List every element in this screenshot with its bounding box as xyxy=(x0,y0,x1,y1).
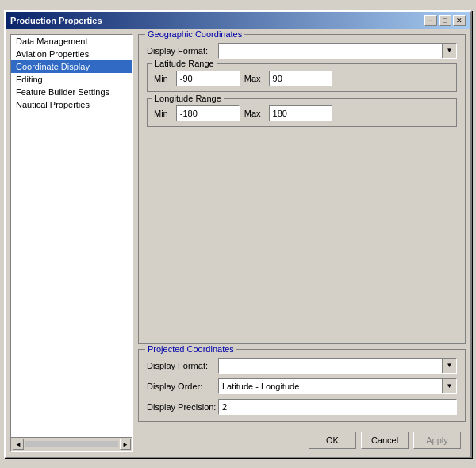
lon-max-input[interactable] xyxy=(269,105,332,121)
window-body: Data Management Aviation Properties Coor… xyxy=(6,29,470,457)
proj-display-order-row: Display Order: Latitude - Longitude ▼ xyxy=(147,378,457,394)
sidebar-item-data-management[interactable]: Data Management xyxy=(11,35,132,48)
sidebar-list: Data Management Aviation Properties Coor… xyxy=(11,35,132,437)
latitude-group-label: Latitude Range xyxy=(152,59,217,68)
cancel-button[interactable]: Cancel xyxy=(361,432,409,449)
title-bar: Production Properties − □ ✕ xyxy=(6,12,470,29)
proj-display-order-dropdown[interactable]: Latitude - Longitude ▼ xyxy=(218,378,457,394)
close-button[interactable]: ✕ xyxy=(453,15,466,26)
proj-display-format-arrow[interactable]: ▼ xyxy=(442,359,456,373)
lon-min-label: Min xyxy=(154,109,168,118)
proj-display-order-value: Latitude - Longitude xyxy=(222,382,299,391)
geographic-group-label: Geographic Coordinates xyxy=(145,29,244,39)
proj-display-order-arrow[interactable]: ▼ xyxy=(442,379,456,393)
title-bar-buttons: − □ ✕ xyxy=(424,15,466,26)
maximize-button[interactable]: □ xyxy=(439,15,451,26)
latitude-range-group: Latitude Range Min Max xyxy=(147,63,457,92)
sidebar-item-aviation-properties[interactable]: Aviation Properties xyxy=(11,48,132,60)
main-window: Production Properties − □ ✕ Data Managem… xyxy=(4,10,472,458)
proj-order-arrow-icon: ▼ xyxy=(447,382,453,389)
sidebar: Data Management Aviation Properties Coor… xyxy=(10,34,133,452)
dropdown-arrow-icon: ▼ xyxy=(447,47,453,54)
projected-group-label: Projected Coordinates xyxy=(145,344,236,354)
longitude-range-row: Min Max xyxy=(154,105,450,121)
geo-display-format-arrow[interactable]: ▼ xyxy=(442,44,456,58)
geo-display-format-label: Display Format: xyxy=(147,46,218,56)
sidebar-item-coordinate-display[interactable]: Coordinate Display xyxy=(11,60,132,73)
proj-display-order-label: Display Order: xyxy=(147,382,218,391)
projected-group: Projected Coordinates Display Format: ▼ … xyxy=(138,349,466,422)
button-row: OK Cancel Apply xyxy=(138,427,466,452)
proj-display-precision-row: Display Precision: xyxy=(147,399,457,415)
scroll-track[interactable] xyxy=(25,441,118,447)
proj-display-format-dropdown[interactable]: ▼ xyxy=(218,358,457,374)
minimize-button[interactable]: − xyxy=(424,15,437,26)
geographic-group: Geographic Coordinates Display Format: ▼… xyxy=(138,34,466,344)
main-content: Geographic Coordinates Display Format: ▼… xyxy=(138,34,466,452)
window-title: Production Properties xyxy=(10,16,102,25)
proj-display-precision-label: Display Precision: xyxy=(147,402,218,412)
lat-max-input[interactable] xyxy=(269,71,332,86)
proj-display-precision-input[interactable] xyxy=(218,399,457,415)
sidebar-item-feature-builder-settings[interactable]: Feature Builder Settings xyxy=(11,86,132,98)
lat-min-label: Min xyxy=(154,74,168,83)
apply-button[interactable]: Apply xyxy=(413,432,461,449)
latitude-range-row: Min Max xyxy=(154,71,450,86)
scroll-right-button[interactable]: ► xyxy=(120,439,131,450)
sidebar-scrollbar: ◄ ► xyxy=(11,437,132,451)
longitude-range-group: Longitude Range Min Max xyxy=(147,98,457,127)
lon-max-label: Max xyxy=(244,109,261,118)
proj-display-format-row: Display Format: ▼ xyxy=(147,358,457,374)
ok-button[interactable]: OK xyxy=(309,432,356,449)
geo-display-format-dropdown[interactable]: ▼ xyxy=(218,43,457,59)
sidebar-item-editing[interactable]: Editing xyxy=(11,73,132,86)
proj-dropdown-arrow-icon: ▼ xyxy=(447,362,453,369)
sidebar-item-nautical-properties[interactable]: Nautical Properties xyxy=(11,98,132,111)
proj-display-format-label: Display Format: xyxy=(147,361,218,370)
lat-max-label: Max xyxy=(244,74,261,83)
geo-display-format-row: Display Format: ▼ xyxy=(147,43,457,59)
lon-min-input[interactable] xyxy=(176,105,240,121)
scroll-left-button[interactable]: ◄ xyxy=(13,439,24,450)
longitude-group-label: Longitude Range xyxy=(152,94,224,103)
lat-min-input[interactable] xyxy=(176,71,240,86)
